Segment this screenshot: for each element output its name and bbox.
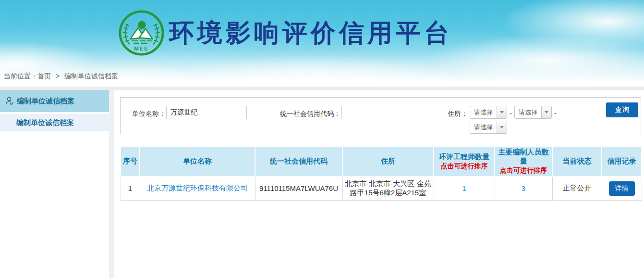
credit-code-label: 统一社会信用代码：: [269, 110, 340, 118]
company-name-link[interactable]: 北京万源世纪环保科技有限公司: [147, 184, 248, 192]
sort-hint: 点击可进行排序: [435, 162, 493, 171]
sidebar-subitem-label: 编制单位诚信档案: [16, 118, 74, 127]
staff-count-link[interactable]: 3: [522, 184, 525, 192]
user-check-icon: [4, 96, 15, 106]
sort-hint: 点击可进行排序: [496, 166, 551, 175]
header-divider: [0, 87, 644, 90]
col-engineer-count-label: 环评工程师数量: [439, 152, 489, 161]
table-row: 1 北京万源世纪环保科技有限公司 91110115MA7LWUA76U 北京市-…: [121, 177, 642, 200]
province-select-value: 请选择: [470, 106, 497, 118]
breadcrumb-label: 当前位置：: [4, 72, 37, 80]
chevron-down-icon[interactable]: [541, 106, 551, 118]
breadcrumb-home-link[interactable]: 首页: [37, 72, 51, 80]
table-header-row: 序号 单位名称 统一社会信用代码 住所 环评工程师数量 点击可进行排序 主要编制…: [121, 146, 642, 177]
col-index: 序号: [121, 146, 140, 177]
cell-status: 正常公开: [552, 177, 602, 200]
chevron-down-icon[interactable]: [497, 121, 507, 133]
col-status: 当前状态: [552, 146, 602, 177]
unit-name-input[interactable]: [166, 106, 247, 119]
sidebar: 编制单位诚信档案 编制单位诚信档案: [0, 90, 109, 278]
chevron-down-icon[interactable]: [497, 106, 507, 118]
col-address: 住所: [342, 146, 434, 177]
breadcrumb-current: 编制单位诚信档案: [64, 72, 118, 80]
sidebar-item-label: 编制单位诚信档案: [17, 97, 74, 106]
site-title: 环境影响评价信用平台: [169, 19, 452, 47]
logo-mee-text: MEE: [134, 45, 149, 51]
cell-index: 1: [121, 177, 140, 200]
col-staff-count-sortable[interactable]: 主要编制人员数量 点击可进行排序: [495, 146, 552, 177]
cell-credit-code: 91110115MA7LWUA76U: [255, 177, 342, 200]
credit-code-input[interactable]: [341, 106, 420, 119]
query-button[interactable]: 查询: [606, 102, 638, 117]
address-label: 住所：: [437, 110, 468, 118]
main-panel: 单位名称： 统一社会信用代码： 住所： 请选择 - 请选择 - 请选择: [114, 90, 644, 278]
city-select-value: 请选择: [515, 106, 541, 118]
mee-logo-icon: MEE: [118, 10, 165, 56]
sidebar-subitem-unit-credit-archive[interactable]: 编制单位诚信档案: [0, 114, 109, 131]
address-dash-2: -: [554, 109, 557, 117]
col-unit-name: 单位名称: [140, 146, 255, 177]
breadcrumb: 当前位置：首页 > 编制单位诚信档案: [4, 72, 118, 81]
city-select[interactable]: 请选择: [514, 106, 552, 119]
site-header: MEE 环境影响评价信用平台 当前位置：首页 > 编制单位诚信档案: [0, 0, 644, 87]
province-select[interactable]: 请选择: [470, 106, 507, 119]
col-credit-record: 信用记录: [602, 146, 642, 177]
col-credit-code: 统一社会信用代码: [255, 146, 342, 177]
engineer-count-link[interactable]: 1: [462, 184, 466, 192]
breadcrumb-separator: >: [56, 72, 60, 80]
district-select[interactable]: 请选择: [470, 121, 507, 134]
page: MEE 环境影响评价信用平台 当前位置：首页 > 编制单位诚信档案 编制: [0, 0, 644, 278]
results-table: 序号 单位名称 统一社会信用代码 住所 环评工程师数量 点击可进行排序 主要编制…: [120, 146, 642, 201]
unit-name-label: 单位名称：: [127, 110, 166, 118]
content-area: 编制单位诚信档案 编制单位诚信档案 单位名称： 统一社会信用代码： 住所： 请选…: [0, 90, 644, 278]
search-form: 单位名称： 统一社会信用代码： 住所： 请选择 - 请选择 - 请选择: [120, 97, 641, 134]
detail-button[interactable]: 详情: [609, 181, 635, 196]
district-select-value: 请选择: [470, 121, 497, 133]
col-engineer-count-sortable[interactable]: 环评工程师数量 点击可进行排序: [434, 146, 495, 177]
address-dash-1: -: [510, 109, 512, 117]
col-staff-count-label: 主要编制人员数量: [498, 148, 549, 165]
cell-address: 北京市-北京市-大兴区-金苑路甲15号6幢2层A215室: [342, 177, 434, 200]
sidebar-item-unit-credit-archive[interactable]: 编制单位诚信档案: [0, 90, 109, 112]
sidebar-main-gap: [109, 90, 114, 278]
